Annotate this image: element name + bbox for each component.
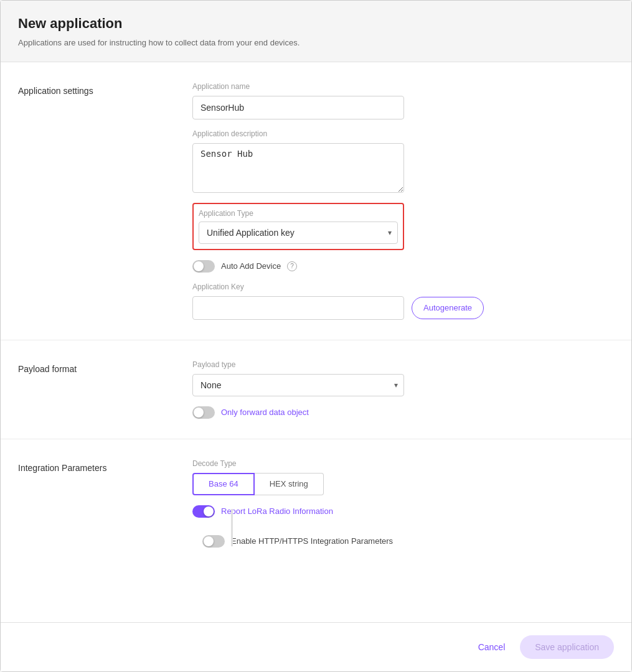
app-description-label: Application description [192, 129, 614, 138]
payload-format-label: Payload format [18, 360, 192, 374]
only-forward-toggle[interactable] [192, 406, 215, 419]
decode-base64-button[interactable]: Base 64 [192, 473, 255, 495]
app-key-field-group: Application Key Autogenerate [192, 282, 614, 320]
page-body: Application settings Application name Ap… [1, 62, 631, 623]
app-name-field-group: Application name [192, 82, 614, 119]
app-name-label: Application name [192, 82, 614, 91]
auto-add-help-icon[interactable]: ? [287, 261, 297, 271]
app-type-label: Application Type [199, 209, 398, 218]
payload-type-select-wrapper: None Cayenne LPP Custom ▾ [192, 374, 404, 396]
report-lora-toggle-row: Report LoRa Radio Information [192, 505, 614, 518]
only-forward-label: Only forward data object [221, 408, 309, 417]
payload-format-section: Payload format Payload type None Cayenne… [1, 340, 631, 439]
report-lora-label: Report LoRa Radio Information [221, 506, 333, 516]
payload-type-select[interactable]: None Cayenne LPP Custom [192, 374, 404, 396]
page-footer: Cancel Save application [1, 622, 631, 671]
payload-type-field-group: Payload type None Cayenne LPP Custom ▾ [192, 360, 614, 396]
app-description-input[interactable]: Sensor Hub [192, 143, 404, 193]
app-type-select[interactable]: Unified Application key Individual Appli… [199, 222, 398, 244]
integration-parameters-content: Decode Type Base 64 HEX string Report Lo… [192, 459, 614, 548]
integration-parameters-section: Integration Parameters Decode Type Base … [1, 439, 631, 567]
enable-http-toggle-row: Enable HTTP/HTTPS Integration Parameters [192, 535, 614, 548]
app-settings-section: Application settings Application name Ap… [1, 62, 631, 340]
cancel-button[interactable]: Cancel [478, 642, 506, 652]
integration-parameters-label: Integration Parameters [18, 459, 192, 473]
app-type-box: Application Type Unified Application key… [192, 203, 404, 250]
decode-type-field-group: Decode Type Base 64 HEX string [192, 459, 614, 495]
decode-hex-button[interactable]: HEX string [255, 473, 324, 495]
auto-add-toggle-row: Auto Add Device ? [192, 260, 614, 273]
payload-format-content: Payload type None Cayenne LPP Custom ▾ O… [192, 360, 614, 419]
only-forward-toggle-row: Only forward data object [192, 406, 614, 419]
app-key-label: Application Key [192, 282, 614, 291]
app-key-input[interactable] [192, 296, 404, 320]
app-settings-content: Application name Application description… [192, 82, 614, 320]
main-window: New application Applications are used fo… [0, 0, 632, 672]
enable-http-toggle[interactable] [202, 535, 225, 548]
vertical-divider [231, 509, 233, 546]
app-key-row: Autogenerate [192, 296, 614, 320]
page-header: New application Applications are used fo… [1, 1, 631, 62]
decode-type-label: Decode Type [192, 459, 614, 468]
page-title: New application [18, 16, 614, 32]
report-lora-toggle[interactable] [192, 505, 215, 518]
app-name-input[interactable] [192, 96, 404, 119]
auto-add-toggle[interactable] [192, 260, 215, 273]
payload-type-label: Payload type [192, 360, 614, 369]
app-type-select-wrapper: Unified Application key Individual Appli… [199, 222, 398, 244]
enable-http-label: Enable HTTP/HTTPS Integration Parameters [231, 536, 393, 546]
autogenerate-button[interactable]: Autogenerate [412, 297, 484, 319]
app-settings-label: Application settings [18, 82, 192, 96]
page-description: Applications are used for instructing ho… [18, 37, 614, 49]
save-application-button[interactable]: Save application [520, 635, 614, 659]
auto-add-label: Auto Add Device [221, 261, 281, 271]
app-description-field-group: Application description Sensor Hub [192, 129, 614, 193]
decode-btn-group: Base 64 HEX string [192, 473, 614, 495]
